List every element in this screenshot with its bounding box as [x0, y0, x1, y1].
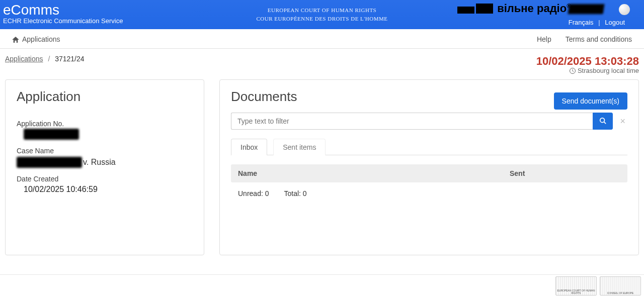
- nav-applications[interactable]: Applications: [22, 35, 60, 43]
- footer-logo-coe: CONSEIL OF EUROPE: [600, 276, 641, 295]
- navbar: Applications Help Terms and conditions: [0, 29, 644, 49]
- total-count: Total: 0: [284, 189, 307, 198]
- counts-row: Unread: 0 Total: 0: [231, 182, 627, 205]
- breadcrumb-current: 37121/24: [55, 55, 84, 63]
- nav-terms[interactable]: Terms and conditions: [566, 35, 632, 43]
- watermark-logo: вільне радіо®: [457, 3, 571, 14]
- tab-inbox[interactable]: Inbox: [231, 139, 267, 155]
- unread-count: Unread: 0: [238, 189, 269, 198]
- search-icon: [599, 117, 606, 126]
- breadcrumb-root[interactable]: Applications: [5, 55, 43, 63]
- case-name-redacted: [17, 157, 82, 168]
- server-time: 10/02/2025 13:03:28 Strasbourg local tim…: [536, 55, 639, 74]
- svg-point-1: [600, 118, 605, 122]
- clock-icon: [570, 68, 576, 74]
- time-zone: Strasbourg local time: [578, 67, 639, 74]
- th-name: Name: [238, 169, 510, 177]
- application-panel: Application Application No. Case Name v.…: [5, 79, 204, 255]
- breadcrumb-row: Applications / 37121/24 10/02/2025 13:03…: [0, 49, 644, 76]
- case-suffix: v. Russia: [83, 158, 116, 167]
- table-header: Name Sent: [231, 164, 627, 182]
- breadcrumb: Applications / 37121/24: [5, 55, 85, 63]
- brand-block: eComms ECHR Electronic Communication Ser…: [0, 2, 123, 25]
- time-value: 10/02/2025 13:03:28: [536, 55, 639, 68]
- footer-logo-echr: EUROPEAN COURT OF HUMAN RIGHTS: [555, 276, 597, 295]
- brand-subtitle: ECHR Electronic Communication Service: [3, 17, 123, 25]
- doc-tabs: Inbox Sent items: [231, 139, 627, 155]
- date-label: Date Created: [17, 175, 193, 183]
- user-name-redacted: [568, 4, 605, 14]
- home-icon: [12, 36, 19, 42]
- tab-content: Name Sent Unread: 0 Total: 0: [231, 155, 627, 205]
- brand-title: eComms: [3, 2, 123, 18]
- nav-help[interactable]: Help: [537, 35, 551, 43]
- avatar[interactable]: [619, 4, 630, 15]
- date-value: 10/02/2025 10:46:59: [24, 185, 193, 194]
- th-sent: Sent: [510, 169, 620, 177]
- filter-search-button[interactable]: [593, 113, 613, 130]
- tab-sent-items[interactable]: Sent items: [273, 139, 326, 155]
- watermark-icon: [457, 4, 493, 14]
- footer: EUROPEAN COURT OF HUMAN RIGHTS CONSEIL O…: [0, 274, 644, 296]
- send-documents-button[interactable]: Send document(s): [554, 92, 627, 110]
- lang-link[interactable]: Français: [569, 19, 594, 26]
- case-label: Case Name: [17, 147, 193, 155]
- main-content: Application Application No. Case Name v.…: [0, 76, 644, 265]
- clear-filter-button[interactable]: ×: [618, 116, 627, 127]
- app-header: eComms ECHR Electronic Communication Ser…: [0, 0, 644, 29]
- appno-value-redacted: [24, 129, 79, 140]
- header-links: Français | Logout: [569, 19, 625, 26]
- court-name: EUROPEAN COURT OF HUMAN RIGHTS COUR EURO…: [257, 6, 388, 23]
- application-panel-title: Application: [17, 89, 193, 105]
- documents-panel: Documents Send document(s) × Inbox Sent …: [219, 79, 639, 255]
- logout-link[interactable]: Logout: [605, 19, 625, 26]
- documents-panel-title: Documents: [231, 89, 297, 105]
- filter-input[interactable]: [231, 113, 593, 130]
- appno-label: Application No.: [17, 120, 193, 128]
